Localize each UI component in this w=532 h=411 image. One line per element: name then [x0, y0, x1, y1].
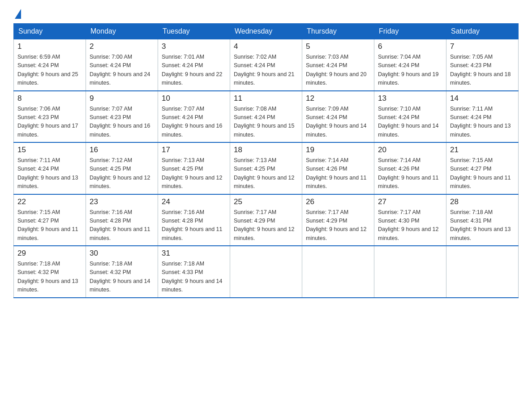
day-info: Sunrise: 7:10 AMSunset: 4:24 PMDaylight:… — [378, 105, 442, 140]
calendar-cell: 14Sunrise: 7:11 AMSunset: 4:24 PMDayligh… — [446, 91, 519, 143]
day-number: 20 — [378, 146, 442, 154]
calendar-cell — [302, 246, 374, 298]
calendar-cell: 13Sunrise: 7:10 AMSunset: 4:24 PMDayligh… — [374, 91, 446, 143]
day-info: Sunrise: 7:04 AMSunset: 4:24 PMDaylight:… — [378, 53, 442, 88]
calendar-cell: 29Sunrise: 7:18 AMSunset: 4:32 PMDayligh… — [14, 246, 86, 298]
day-info: Sunrise: 7:12 AMSunset: 4:25 PMDaylight:… — [90, 156, 154, 191]
day-number: 8 — [17, 94, 82, 103]
day-number: 3 — [162, 42, 226, 51]
day-number: 1 — [17, 42, 82, 51]
day-info: Sunrise: 7:13 AMSunset: 4:25 PMDaylight:… — [162, 156, 226, 191]
calendar-cell: 10Sunrise: 7:07 AMSunset: 4:24 PMDayligh… — [158, 91, 230, 143]
day-info: Sunrise: 6:59 AMSunset: 4:24 PMDaylight:… — [17, 53, 82, 88]
calendar-cell: 28Sunrise: 7:18 AMSunset: 4:31 PMDayligh… — [446, 194, 519, 246]
day-number: 21 — [450, 146, 515, 154]
calendar-table: SundayMondayTuesdayWednesdayThursdayFrid… — [13, 23, 519, 298]
day-info: Sunrise: 7:05 AMSunset: 4:23 PMDaylight:… — [450, 53, 515, 88]
calendar-cell: 19Sunrise: 7:14 AMSunset: 4:26 PMDayligh… — [302, 142, 374, 194]
week-row-5: 29Sunrise: 7:18 AMSunset: 4:32 PMDayligh… — [14, 246, 519, 298]
page-header — [13, 9, 519, 19]
week-row-2: 8Sunrise: 7:06 AMSunset: 4:23 PMDaylight… — [14, 91, 519, 143]
day-info: Sunrise: 7:16 AMSunset: 4:28 PMDaylight:… — [162, 208, 226, 243]
day-number: 23 — [90, 197, 154, 206]
day-info: Sunrise: 7:01 AMSunset: 4:24 PMDaylight:… — [162, 53, 226, 88]
day-number: 5 — [306, 42, 370, 51]
calendar-cell: 30Sunrise: 7:18 AMSunset: 4:32 PMDayligh… — [86, 246, 158, 298]
day-info: Sunrise: 7:14 AMSunset: 4:26 PMDaylight:… — [378, 156, 442, 191]
day-number: 4 — [234, 42, 298, 51]
logo-triangle-icon — [15, 9, 21, 19]
header-day-saturday: Saturday — [446, 24, 519, 39]
day-info: Sunrise: 7:15 AMSunset: 4:27 PMDaylight:… — [450, 156, 515, 191]
header-day-sunday: Sunday — [14, 24, 86, 39]
calendar-cell: 17Sunrise: 7:13 AMSunset: 4:25 PMDayligh… — [158, 142, 230, 194]
calendar-cell: 3Sunrise: 7:01 AMSunset: 4:24 PMDaylight… — [158, 39, 230, 91]
day-number: 28 — [450, 197, 515, 206]
day-info: Sunrise: 7:00 AMSunset: 4:24 PMDaylight:… — [90, 53, 154, 88]
calendar-body: 1Sunrise: 6:59 AMSunset: 4:24 PMDaylight… — [14, 39, 519, 298]
day-info: Sunrise: 7:11 AMSunset: 4:24 PMDaylight:… — [450, 105, 515, 140]
day-info: Sunrise: 7:15 AMSunset: 4:27 PMDaylight:… — [17, 208, 82, 243]
header-row: SundayMondayTuesdayWednesdayThursdayFrid… — [14, 24, 519, 39]
calendar-cell: 7Sunrise: 7:05 AMSunset: 4:23 PMDaylight… — [446, 39, 519, 91]
calendar-cell: 26Sunrise: 7:17 AMSunset: 4:29 PMDayligh… — [302, 194, 374, 246]
calendar-cell: 2Sunrise: 7:00 AMSunset: 4:24 PMDaylight… — [86, 39, 158, 91]
calendar-cell: 21Sunrise: 7:15 AMSunset: 4:27 PMDayligh… — [446, 142, 519, 194]
day-number: 16 — [90, 146, 154, 154]
calendar-cell: 23Sunrise: 7:16 AMSunset: 4:28 PMDayligh… — [86, 194, 158, 246]
day-number: 26 — [306, 197, 370, 206]
day-number: 10 — [162, 94, 226, 103]
day-number: 30 — [90, 249, 154, 258]
week-row-1: 1Sunrise: 6:59 AMSunset: 4:24 PMDaylight… — [14, 39, 519, 91]
calendar-cell — [446, 246, 519, 298]
day-info: Sunrise: 7:17 AMSunset: 4:29 PMDaylight:… — [306, 208, 370, 243]
day-number: 17 — [162, 146, 226, 154]
day-info: Sunrise: 7:11 AMSunset: 4:24 PMDaylight:… — [17, 156, 82, 191]
calendar-cell: 12Sunrise: 7:09 AMSunset: 4:24 PMDayligh… — [302, 91, 374, 143]
day-number: 2 — [90, 42, 154, 51]
calendar-cell: 5Sunrise: 7:03 AMSunset: 4:24 PMDaylight… — [302, 39, 374, 91]
day-number: 12 — [306, 94, 370, 103]
header-day-monday: Monday — [86, 24, 158, 39]
day-info: Sunrise: 7:17 AMSunset: 4:29 PMDaylight:… — [234, 208, 298, 243]
day-info: Sunrise: 7:14 AMSunset: 4:26 PMDaylight:… — [306, 156, 370, 191]
logo — [13, 9, 21, 19]
day-info: Sunrise: 7:07 AMSunset: 4:23 PMDaylight:… — [90, 105, 154, 140]
day-number: 22 — [17, 197, 82, 206]
day-number: 24 — [162, 197, 226, 206]
header-day-wednesday: Wednesday — [230, 24, 302, 39]
calendar-cell: 24Sunrise: 7:16 AMSunset: 4:28 PMDayligh… — [158, 194, 230, 246]
day-number: 6 — [378, 42, 442, 51]
calendar-cell: 31Sunrise: 7:18 AMSunset: 4:33 PMDayligh… — [158, 246, 230, 298]
day-info: Sunrise: 7:18 AMSunset: 4:33 PMDaylight:… — [162, 260, 226, 295]
calendar-cell: 6Sunrise: 7:04 AMSunset: 4:24 PMDaylight… — [374, 39, 446, 91]
header-day-tuesday: Tuesday — [158, 24, 230, 39]
day-info: Sunrise: 7:18 AMSunset: 4:32 PMDaylight:… — [17, 260, 82, 295]
day-number: 25 — [234, 197, 298, 206]
calendar-cell: 18Sunrise: 7:13 AMSunset: 4:25 PMDayligh… — [230, 142, 302, 194]
calendar-cell: 1Sunrise: 6:59 AMSunset: 4:24 PMDaylight… — [14, 39, 86, 91]
day-info: Sunrise: 7:06 AMSunset: 4:23 PMDaylight:… — [17, 105, 82, 140]
day-info: Sunrise: 7:07 AMSunset: 4:24 PMDaylight:… — [162, 105, 226, 140]
day-number: 27 — [378, 197, 442, 206]
calendar-cell — [374, 246, 446, 298]
calendar-cell: 22Sunrise: 7:15 AMSunset: 4:27 PMDayligh… — [14, 194, 86, 246]
header-day-friday: Friday — [374, 24, 446, 39]
day-info: Sunrise: 7:08 AMSunset: 4:24 PMDaylight:… — [234, 105, 298, 140]
calendar-cell — [230, 246, 302, 298]
day-info: Sunrise: 7:03 AMSunset: 4:24 PMDaylight:… — [306, 53, 370, 88]
day-info: Sunrise: 7:18 AMSunset: 4:32 PMDaylight:… — [90, 260, 154, 295]
day-number: 13 — [378, 94, 442, 103]
day-info: Sunrise: 7:09 AMSunset: 4:24 PMDaylight:… — [306, 105, 370, 140]
calendar-cell: 25Sunrise: 7:17 AMSunset: 4:29 PMDayligh… — [230, 194, 302, 246]
day-number: 31 — [162, 249, 226, 258]
day-number: 19 — [306, 146, 370, 154]
day-number: 7 — [450, 42, 515, 51]
day-number: 11 — [234, 94, 298, 103]
day-number: 14 — [450, 94, 515, 103]
day-info: Sunrise: 7:17 AMSunset: 4:30 PMDaylight:… — [378, 208, 442, 243]
calendar-cell: 15Sunrise: 7:11 AMSunset: 4:24 PMDayligh… — [14, 142, 86, 194]
calendar-cell: 4Sunrise: 7:02 AMSunset: 4:24 PMDaylight… — [230, 39, 302, 91]
day-info: Sunrise: 7:13 AMSunset: 4:25 PMDaylight:… — [234, 156, 298, 191]
week-row-3: 15Sunrise: 7:11 AMSunset: 4:24 PMDayligh… — [14, 142, 519, 194]
